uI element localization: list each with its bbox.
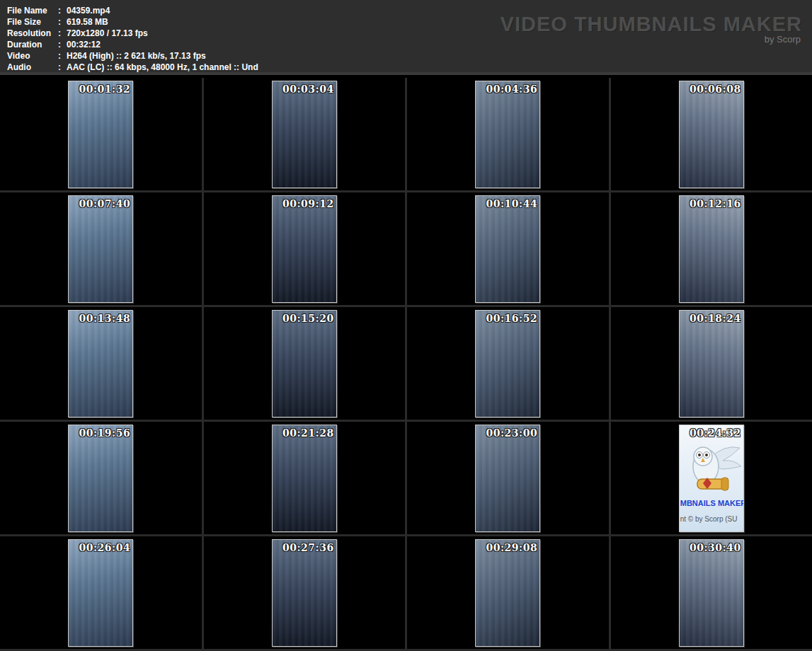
- placeholder-texture: [476, 311, 539, 417]
- meta-colon: :: [58, 62, 67, 72]
- meta-field: Video:H264 (High) :: 2 621 kb/s, 17.13 f…: [7, 51, 805, 62]
- placeholder-texture: [273, 540, 336, 646]
- timestamp-overlay: 00:01:32: [79, 83, 130, 95]
- thumbnail-image-placeholder: 00:13:48: [68, 310, 133, 417]
- thumbnail-cell: 00:10:44: [407, 192, 609, 305]
- thumbnail-image-placeholder: 00:27:36: [272, 539, 337, 647]
- placeholder-texture: [273, 81, 336, 188]
- meta-label: File Size: [7, 17, 58, 27]
- thumbnail-image-placeholder: 00:23:00: [475, 425, 540, 532]
- placeholder-texture: [273, 196, 336, 302]
- app-watermark-frame: MBNAILS MAKER 8nt © by Scorp (SU00:24:32: [679, 425, 744, 532]
- placeholder-texture: [476, 425, 539, 531]
- meta-value: AAC (LC) :: 64 kbps, 48000 Hz, 1 channel…: [67, 62, 258, 72]
- timestamp-overlay: 00:24:32: [690, 427, 741, 439]
- thumbnail-cell: 00:01:32: [0, 78, 202, 190]
- meta-colon: :: [58, 40, 67, 50]
- meta-label: Audio: [7, 62, 58, 72]
- thumbnail-image-placeholder: 00:16:52: [475, 310, 540, 417]
- thumbnail-cell: 00:12:16: [611, 192, 812, 305]
- placeholder-texture: [476, 81, 539, 188]
- thumbnail-cell: 00:27:36: [204, 536, 406, 649]
- meta-colon: :: [58, 51, 67, 61]
- placeholder-texture: [69, 196, 132, 302]
- thumbnail-image-placeholder: 00:12:16: [679, 195, 744, 303]
- placeholder-texture: [69, 81, 132, 188]
- timestamp-overlay: 00:04:36: [486, 83, 537, 95]
- timestamp-overlay: 00:07:40: [79, 198, 130, 209]
- thumbnail-cell: 00:26:04: [0, 536, 202, 649]
- owl-logo-icon: [682, 438, 741, 497]
- meta-label: Video: [7, 51, 58, 61]
- meta-value: H264 (High) :: 2 621 kb/s, 17.13 fps: [67, 51, 206, 61]
- meta-colon: :: [58, 28, 67, 38]
- thumbnail-cell: 00:09:12: [204, 192, 406, 305]
- meta-colon: :: [58, 17, 67, 27]
- timestamp-overlay: 00:10:44: [486, 198, 537, 209]
- timestamp-overlay: 00:26:04: [79, 542, 130, 553]
- timestamp-overlay: 00:23:00: [486, 427, 537, 439]
- app-title: VIDEO THUMBNAILS MAKER: [501, 13, 802, 36]
- placeholder-texture: [273, 425, 336, 531]
- timestamp-overlay: 00:06:08: [690, 83, 741, 95]
- thumbnail-cell: MBNAILS MAKER 8nt © by Scorp (SU00:24:32: [611, 422, 812, 534]
- thumbnail-image-placeholder: 00:07:40: [68, 195, 133, 303]
- timestamp-overlay: 00:29:08: [486, 542, 537, 553]
- thumbnail-image-placeholder: 00:26:04: [68, 539, 133, 647]
- thumbnail-cell: 00:30:40: [611, 536, 812, 649]
- thumbnail-image-placeholder: 00:01:32: [68, 81, 133, 188]
- meta-colon: :: [58, 6, 67, 16]
- placeholder-texture: [69, 425, 132, 531]
- thumbnail-image-placeholder: 00:15:20: [272, 310, 337, 417]
- placeholder-texture: [476, 196, 539, 302]
- header-bar: File Name:04359.mp4File Size:619.58 MBRe…: [0, 0, 812, 75]
- thumbnail-image-placeholder: 00:18:24: [679, 310, 744, 417]
- thumbnail-cell: 00:16:52: [407, 307, 609, 420]
- meta-label: Duration: [7, 40, 58, 50]
- placeholder-texture: [69, 311, 132, 417]
- meta-value: 00:32:12: [67, 40, 101, 50]
- thumbnail-cell: 00:19:56: [0, 422, 202, 534]
- timestamp-overlay: 00:09:12: [282, 198, 334, 209]
- thumbnail-image-placeholder: 00:09:12: [272, 195, 337, 303]
- thumbnail-image-placeholder: 00:10:44: [475, 195, 540, 303]
- meta-value: 04359.mp4: [67, 6, 110, 16]
- thumbnail-image-placeholder: 00:29:08: [475, 539, 540, 647]
- placeholder-texture: [273, 311, 336, 417]
- thumbnail-image-placeholder: 00:03:04: [272, 81, 337, 188]
- thumbnail-image-placeholder: 00:19:56: [68, 425, 133, 532]
- thumbnail-image-placeholder: 00:04:36: [475, 81, 540, 188]
- timestamp-overlay: 00:27:36: [282, 542, 334, 553]
- thumbnail-cell: 00:03:04: [204, 78, 406, 190]
- timestamp-overlay: 00:13:48: [79, 313, 130, 324]
- thumbnail-cell: 00:07:40: [0, 192, 202, 305]
- contact-sheet: File Name:04359.mp4File Size:619.58 MBRe…: [0, 0, 812, 651]
- thumbnail-cell: 00:13:48: [0, 307, 202, 420]
- timestamp-overlay: 00:16:52: [486, 313, 537, 324]
- thumbnail-image-placeholder: 00:21:28: [272, 425, 337, 532]
- meta-value: 619.58 MB: [67, 17, 108, 27]
- placeholder-texture: [680, 81, 743, 188]
- watermark-title-text: MBNAILS MAKER 8: [680, 499, 743, 507]
- timestamp-overlay: 00:12:16: [690, 198, 741, 209]
- placeholder-texture: [69, 540, 132, 646]
- timestamp-overlay: 00:21:28: [282, 427, 334, 439]
- meta-label: Resolution: [7, 28, 58, 38]
- thumbnail-cell: 00:29:08: [407, 536, 609, 649]
- meta-label: File Name: [7, 6, 58, 16]
- thumbnail-cell: 00:06:08: [611, 78, 812, 190]
- thumbnail-cell: 00:15:20: [204, 307, 406, 420]
- timestamp-overlay: 00:30:40: [690, 542, 741, 553]
- app-branding: VIDEO THUMBNAILS MAKER by Scorp: [501, 13, 802, 45]
- placeholder-texture: [680, 540, 743, 646]
- placeholder-texture: [476, 540, 539, 646]
- timestamp-overlay: 00:19:56: [79, 427, 130, 439]
- meta-field: Audio:AAC (LC) :: 64 kbps, 48000 Hz, 1 c…: [7, 62, 805, 74]
- watermark-copyright-text: nt © by Scorp (SU: [680, 515, 743, 523]
- timestamp-overlay: 00:03:04: [282, 83, 334, 95]
- thumbnail-image-placeholder: 00:30:40: [679, 539, 744, 647]
- placeholder-texture: [680, 196, 743, 302]
- thumbnail-image-placeholder: 00:06:08: [679, 81, 744, 188]
- thumbnail-grid: 00:01:3200:03:0400:04:3600:06:0800:07:40…: [0, 78, 812, 651]
- thumbnail-cell: 00:18:24: [611, 307, 812, 420]
